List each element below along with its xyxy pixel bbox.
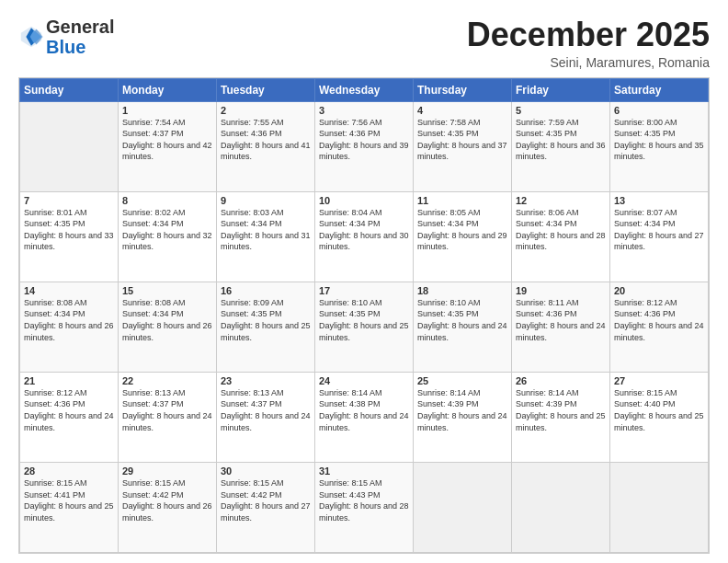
page: General Blue December 2025 Seini, Maramu… xyxy=(0,0,728,563)
day-info: Sunrise: 8:03 AMSunset: 4:34 PMDaylight:… xyxy=(221,207,311,253)
weekday-header: Friday xyxy=(512,78,610,101)
day-cell: 2Sunrise: 7:55 AMSunset: 4:36 PMDaylight… xyxy=(217,101,315,191)
calendar: SundayMondayTuesdayWednesdayThursdayFrid… xyxy=(18,77,710,554)
day-info: Sunrise: 8:15 AMSunset: 4:42 PMDaylight:… xyxy=(122,477,212,523)
day-cell xyxy=(414,462,512,552)
day-info: Sunrise: 8:08 AMSunset: 4:34 PMDaylight:… xyxy=(24,297,114,343)
day-info: Sunrise: 8:14 AMSunset: 4:39 PMDaylight:… xyxy=(516,387,606,433)
week-row: 21Sunrise: 8:12 AMSunset: 4:36 PMDayligh… xyxy=(20,372,709,462)
day-info: Sunrise: 7:58 AMSunset: 4:35 PMDaylight:… xyxy=(417,117,507,163)
day-number: 10 xyxy=(319,195,409,206)
day-cell: 19Sunrise: 8:11 AMSunset: 4:36 PMDayligh… xyxy=(512,282,610,372)
day-number: 2 xyxy=(221,105,311,116)
day-number: 12 xyxy=(516,195,606,206)
day-info: Sunrise: 8:15 AMSunset: 4:40 PMDaylight:… xyxy=(614,387,704,433)
day-number: 1 xyxy=(122,105,212,116)
logo-text: General Blue xyxy=(46,17,114,57)
day-info: Sunrise: 8:10 AMSunset: 4:35 PMDaylight:… xyxy=(319,297,409,343)
day-cell: 30Sunrise: 8:15 AMSunset: 4:42 PMDayligh… xyxy=(217,462,315,552)
day-number: 9 xyxy=(221,195,311,206)
calendar-header: SundayMondayTuesdayWednesdayThursdayFrid… xyxy=(20,78,709,101)
day-number: 14 xyxy=(24,285,114,296)
day-info: Sunrise: 8:14 AMSunset: 4:38 PMDaylight:… xyxy=(319,387,409,433)
day-info: Sunrise: 8:12 AMSunset: 4:36 PMDaylight:… xyxy=(24,387,114,433)
day-cell: 31Sunrise: 8:15 AMSunset: 4:43 PMDayligh… xyxy=(315,462,414,552)
day-cell: 11Sunrise: 8:05 AMSunset: 4:34 PMDayligh… xyxy=(414,191,512,282)
weekday-row: SundayMondayTuesdayWednesdayThursdayFrid… xyxy=(20,78,709,101)
day-info: Sunrise: 8:11 AMSunset: 4:36 PMDaylight:… xyxy=(516,297,606,343)
day-cell: 24Sunrise: 8:14 AMSunset: 4:38 PMDayligh… xyxy=(315,372,414,462)
week-row: 28Sunrise: 8:15 AMSunset: 4:41 PMDayligh… xyxy=(20,462,709,552)
day-info: Sunrise: 7:59 AMSunset: 4:35 PMDaylight:… xyxy=(516,117,606,163)
header: General Blue December 2025 Seini, Maramu… xyxy=(18,17,710,70)
day-cell xyxy=(610,462,709,552)
day-info: Sunrise: 8:08 AMSunset: 4:34 PMDaylight:… xyxy=(122,297,212,343)
day-cell: 21Sunrise: 8:12 AMSunset: 4:36 PMDayligh… xyxy=(20,372,119,462)
day-number: 26 xyxy=(516,375,606,386)
day-number: 4 xyxy=(417,105,507,116)
day-info: Sunrise: 8:05 AMSunset: 4:34 PMDaylight:… xyxy=(417,207,507,253)
day-number: 24 xyxy=(319,375,409,386)
day-cell: 14Sunrise: 8:08 AMSunset: 4:34 PMDayligh… xyxy=(20,282,119,372)
day-info: Sunrise: 8:00 AMSunset: 4:35 PMDaylight:… xyxy=(614,117,704,163)
day-cell: 5Sunrise: 7:59 AMSunset: 4:35 PMDaylight… xyxy=(512,101,610,191)
day-number: 11 xyxy=(417,195,507,206)
day-number: 13 xyxy=(614,195,704,206)
week-row: 1Sunrise: 7:54 AMSunset: 4:37 PMDaylight… xyxy=(20,101,709,191)
title-area: December 2025 Seini, Maramures, Romania xyxy=(467,17,710,70)
day-info: Sunrise: 8:15 AMSunset: 4:43 PMDaylight:… xyxy=(319,477,409,523)
day-cell: 9Sunrise: 8:03 AMSunset: 4:34 PMDaylight… xyxy=(217,191,315,282)
day-info: Sunrise: 8:13 AMSunset: 4:37 PMDaylight:… xyxy=(221,387,311,433)
day-number: 23 xyxy=(221,375,311,386)
month-title: December 2025 xyxy=(467,17,710,53)
day-cell: 4Sunrise: 7:58 AMSunset: 4:35 PMDaylight… xyxy=(414,101,512,191)
day-number: 6 xyxy=(614,105,704,116)
weekday-header: Saturday xyxy=(610,78,709,101)
calendar-table: SundayMondayTuesdayWednesdayThursdayFrid… xyxy=(19,78,709,553)
day-number: 20 xyxy=(614,285,704,296)
day-info: Sunrise: 8:15 AMSunset: 4:41 PMDaylight:… xyxy=(24,477,114,523)
day-cell: 17Sunrise: 8:10 AMSunset: 4:35 PMDayligh… xyxy=(315,282,414,372)
day-info: Sunrise: 7:54 AMSunset: 4:37 PMDaylight:… xyxy=(122,117,212,163)
day-cell: 1Sunrise: 7:54 AMSunset: 4:37 PMDaylight… xyxy=(119,101,217,191)
subtitle: Seini, Maramures, Romania xyxy=(467,55,710,70)
day-number: 31 xyxy=(319,465,409,477)
day-number: 22 xyxy=(122,375,212,386)
day-info: Sunrise: 7:55 AMSunset: 4:36 PMDaylight:… xyxy=(221,117,311,163)
day-cell: 23Sunrise: 8:13 AMSunset: 4:37 PMDayligh… xyxy=(217,372,315,462)
day-number: 19 xyxy=(516,285,606,296)
day-number: 21 xyxy=(24,375,114,386)
day-cell: 18Sunrise: 8:10 AMSunset: 4:35 PMDayligh… xyxy=(414,282,512,372)
day-info: Sunrise: 8:04 AMSunset: 4:34 PMDaylight:… xyxy=(319,207,409,253)
day-cell: 29Sunrise: 8:15 AMSunset: 4:42 PMDayligh… xyxy=(119,462,217,552)
day-number: 16 xyxy=(221,285,311,296)
logo: General Blue xyxy=(18,17,114,57)
weekday-header: Tuesday xyxy=(217,78,315,101)
weekday-header: Thursday xyxy=(414,78,512,101)
day-info: Sunrise: 7:56 AMSunset: 4:36 PMDaylight:… xyxy=(319,117,409,163)
calendar-body: 1Sunrise: 7:54 AMSunset: 4:37 PMDaylight… xyxy=(20,101,709,552)
day-cell: 12Sunrise: 8:06 AMSunset: 4:34 PMDayligh… xyxy=(512,191,610,282)
day-cell: 7Sunrise: 8:01 AMSunset: 4:35 PMDaylight… xyxy=(20,191,119,282)
day-info: Sunrise: 8:02 AMSunset: 4:34 PMDaylight:… xyxy=(122,207,212,253)
logo-icon xyxy=(18,24,44,50)
day-number: 3 xyxy=(319,105,409,116)
day-number: 15 xyxy=(122,285,212,296)
day-info: Sunrise: 8:13 AMSunset: 4:37 PMDaylight:… xyxy=(122,387,212,433)
day-number: 27 xyxy=(614,375,704,386)
day-cell xyxy=(20,101,119,191)
weekday-header: Sunday xyxy=(20,78,119,101)
day-number: 30 xyxy=(221,465,311,477)
day-cell: 25Sunrise: 8:14 AMSunset: 4:39 PMDayligh… xyxy=(414,372,512,462)
logo-general: General xyxy=(46,17,114,37)
day-info: Sunrise: 8:12 AMSunset: 4:36 PMDaylight:… xyxy=(614,297,704,343)
day-info: Sunrise: 8:15 AMSunset: 4:42 PMDaylight:… xyxy=(221,477,311,523)
day-cell xyxy=(512,462,610,552)
day-info: Sunrise: 8:01 AMSunset: 4:35 PMDaylight:… xyxy=(24,207,114,253)
day-cell: 27Sunrise: 8:15 AMSunset: 4:40 PMDayligh… xyxy=(610,372,709,462)
day-number: 5 xyxy=(516,105,606,116)
day-number: 25 xyxy=(417,375,507,386)
day-info: Sunrise: 8:14 AMSunset: 4:39 PMDaylight:… xyxy=(417,387,507,433)
day-info: Sunrise: 8:07 AMSunset: 4:34 PMDaylight:… xyxy=(614,207,704,253)
weekday-header: Wednesday xyxy=(315,78,414,101)
